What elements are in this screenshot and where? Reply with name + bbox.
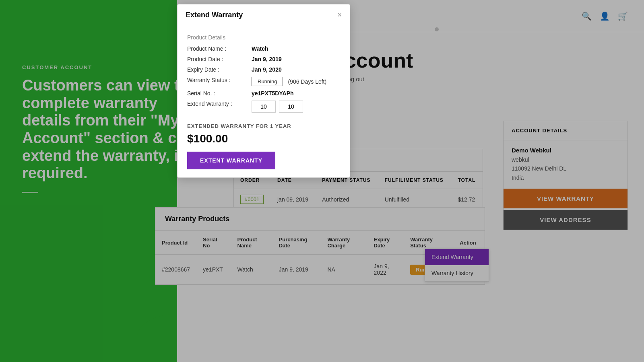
product-name-value: Watch	[252, 45, 268, 52]
product-date-row: Product Date : Jan 9, 2019	[187, 56, 340, 62]
product-name-label: Product Name :	[187, 45, 252, 52]
modal-title: Extend Warranty	[186, 11, 243, 19]
warranty-status-value: Running (906 Days Left)	[252, 77, 326, 86]
serial-no-row: Serial No. : ye1PXT5DYAPh	[187, 90, 340, 97]
serial-no-label: Serial No. :	[187, 90, 252, 97]
extend-warranty-row: Extend Warranty :	[187, 101, 340, 119]
serial-no-value: ye1PXT5DYAPh	[252, 90, 294, 97]
extend-warranty-label: Extend Warranty :	[187, 101, 252, 119]
warranty-status-label: Warranty Status :	[187, 77, 252, 86]
modal-close-button[interactable]: ×	[337, 11, 342, 19]
modal-body: Product Details Product Name : Watch Pro…	[178, 26, 350, 177]
warranty-running-badge: Running	[252, 77, 283, 86]
extend-input-1[interactable]	[252, 101, 276, 113]
extend-input-2[interactable]	[279, 101, 303, 113]
expiry-date-value: Jan 9, 2020	[252, 66, 282, 73]
modal-section-label: Product Details	[187, 34, 340, 41]
expiry-date-row: Expiry Date : Jan 9, 2020	[187, 66, 340, 73]
product-date-value: Jan 9, 2019	[252, 56, 282, 62]
product-name-row: Product Name : Watch	[187, 45, 340, 52]
warranty-status-row: Warranty Status : Running (906 Days Left…	[187, 77, 340, 86]
warranty-price: $100.00	[187, 132, 340, 145]
modal-header: Extend Warranty ×	[178, 4, 350, 26]
extend-inputs-container	[252, 101, 303, 113]
product-date-label: Product Date :	[187, 56, 252, 62]
extent-warranty-button[interactable]: EXTENT WARRANTY	[187, 152, 275, 169]
expiry-date-label: Expiry Date :	[187, 66, 252, 73]
extend-warranty-modal: Extend Warranty × Product Details Produc…	[177, 4, 350, 178]
warranty-days-left: (906 Days Left)	[288, 78, 326, 85]
extended-warranty-label: EXTENDED WARRANTY FOR 1 YEAR	[187, 123, 340, 129]
